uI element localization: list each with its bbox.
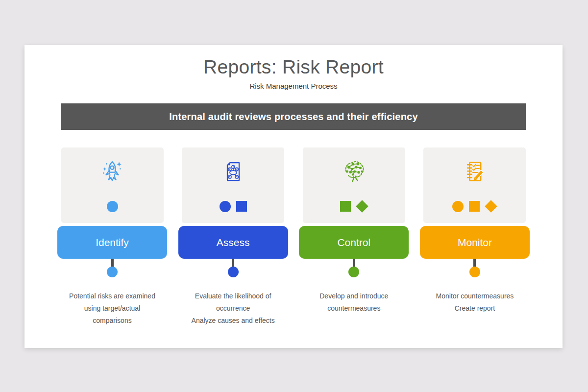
banner-text: Internal audit reviews processes and the… <box>169 111 417 122</box>
connector-dot <box>107 267 118 277</box>
page-title: Reports: Risk Report <box>24 55 563 79</box>
stage-button[interactable]: Control <box>299 226 409 259</box>
shape-row <box>340 200 368 212</box>
banner: Internal audit reviews processes and the… <box>61 103 526 130</box>
description-line: countermeasures <box>319 302 388 315</box>
circle-shape <box>220 201 231 212</box>
connector-dot <box>228 267 239 277</box>
mindmap-document-icon <box>221 157 245 186</box>
description-line: Create report <box>436 302 514 315</box>
page-subtitle: Risk Management Process <box>24 81 563 91</box>
icon-card <box>423 147 526 223</box>
description-line: Monitor countermeasures <box>436 290 514 302</box>
stage-button[interactable]: Monitor <box>420 226 530 259</box>
process-column-assess: Assess Evaluate the likelihood ofoccurre… <box>178 147 288 327</box>
icon-card <box>182 147 284 223</box>
diamond-shape <box>356 200 368 212</box>
square-shape <box>236 201 247 212</box>
process-columns: Identify Potential risks are examinedusi… <box>57 147 530 327</box>
connector <box>348 259 359 277</box>
stage-description: Evaluate the likelihood ofoccurrenceAnal… <box>192 290 275 327</box>
stage-description: Monitor countermeasuresCreate report <box>436 290 514 315</box>
shape-row <box>452 200 497 212</box>
diamond-shape <box>485 200 497 212</box>
network-brain-icon <box>341 157 367 186</box>
checklist-notebook-icon <box>462 157 488 186</box>
connector <box>469 259 480 277</box>
stage-description: Develop and introducecountermeasures <box>319 290 388 315</box>
stage-button[interactable]: Assess <box>178 226 288 259</box>
connector-dot <box>348 267 359 277</box>
description-line: occurrence <box>192 302 275 315</box>
connector <box>228 259 239 277</box>
shape-row <box>107 200 118 212</box>
shape-row <box>220 200 247 212</box>
description-line: comparisons <box>69 315 155 327</box>
stage-button[interactable]: Identify <box>57 226 167 259</box>
connector <box>107 259 118 277</box>
description-line: Develop and introduce <box>319 290 388 302</box>
process-column-monitor: Monitor Monitor countermeasuresCreate re… <box>420 147 530 327</box>
slide: Reports: Risk Report Risk Management Pro… <box>24 45 563 348</box>
stage-description: Potential risks are examinedusing target… <box>69 290 155 327</box>
square-shape <box>340 201 351 212</box>
circle-shape <box>107 201 118 212</box>
description-line: Evaluate the likelihood of <box>192 290 275 302</box>
process-column-identify: Identify Potential risks are examinedusi… <box>57 147 167 327</box>
description-line: using target/actual <box>69 302 155 315</box>
description-line: Analyze causes and effects <box>192 315 275 327</box>
square-shape <box>469 201 480 212</box>
description-line: Potential risks are examined <box>69 290 155 302</box>
connector-dot <box>469 267 480 277</box>
process-column-control: Control Develop and introducecountermeas… <box>299 147 409 327</box>
rocket-icon <box>100 157 124 186</box>
icon-card <box>303 147 405 223</box>
circle-shape <box>452 201 464 212</box>
icon-card <box>61 147 164 223</box>
